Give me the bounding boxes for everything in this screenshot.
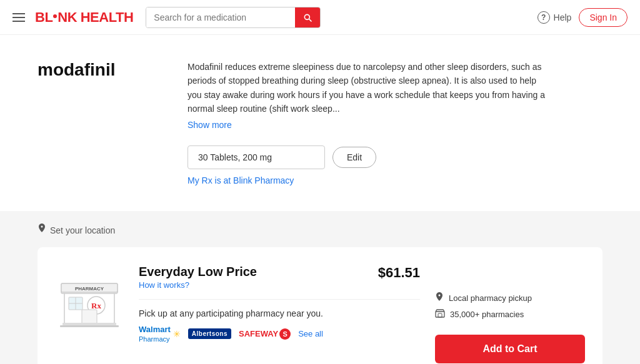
pin-icon: [38, 224, 46, 235]
header: BLNK HEALTH ? Help Sign In: [0, 0, 640, 35]
help-button[interactable]: ? Help: [538, 11, 572, 24]
hamburger-menu[interactable]: [12, 13, 25, 22]
dosage-row: 30 Tablets, 200 mg Edit: [188, 145, 602, 169]
logo[interactable]: BLNK HEALTH: [35, 9, 133, 26]
location-feature-icon: [435, 292, 444, 304]
pharmacies-count-text: 35,000+ pharmacies: [450, 310, 524, 319]
search-bar: [146, 7, 321, 28]
svg-rect-13: [438, 313, 442, 317]
price-row: Everyday Low Price How it works? $61.51: [139, 265, 420, 290]
help-label: Help: [554, 12, 572, 22]
svg-rect-9: [82, 310, 97, 323]
location-icon: [38, 224, 46, 237]
add-to-cart-button[interactable]: Add to Cart: [435, 335, 585, 363]
feature-local-pickup: Local pharmacy pickup: [435, 292, 585, 304]
local-pickup-text: Local pharmacy pickup: [449, 293, 532, 303]
walmart-logo: WalmartPharmacy ✳: [139, 325, 181, 343]
building-icon: [435, 309, 445, 320]
location-row[interactable]: Set your location: [38, 224, 602, 237]
drug-description: Modafinil reduces extreme sleepiness due…: [188, 60, 550, 116]
show-more-link[interactable]: Show more: [188, 120, 232, 130]
svg-rect-10: [62, 323, 116, 325]
location-label: Set your location: [50, 225, 115, 235]
svg-text:Rx: Rx: [91, 301, 101, 310]
sign-in-button[interactable]: Sign In: [579, 8, 628, 27]
pickup-text: Pick up at any participating pharmacy ne…: [139, 308, 420, 318]
see-all-link[interactable]: See all: [298, 329, 323, 338]
safeway-s-icon: S: [279, 328, 291, 340]
svg-rect-12: [436, 312, 444, 317]
main-content: modafinil Modafinil reduces extreme slee…: [0, 35, 640, 211]
help-icon: ?: [538, 11, 550, 24]
safeway-logo: SAFEWAY S: [239, 328, 291, 340]
divider: [139, 299, 420, 300]
drug-name: modafinil: [38, 60, 150, 186]
card-right: Local pharmacy pickup 35,000+ pharmacies…: [435, 265, 585, 364]
svg-text:PHARMACY: PHARMACY: [75, 286, 104, 292]
feature-pharmacies: 35,000+ pharmacies: [435, 309, 585, 320]
drug-section: modafinil Modafinil reduces extreme slee…: [38, 60, 602, 186]
store-icon: [435, 309, 445, 318]
walmart-text: WalmartPharmacy: [139, 325, 171, 343]
albertsons-logo: Albertsons: [188, 328, 231, 339]
dosage-display: 30 Tablets, 200 mg: [188, 145, 325, 169]
pin-small-icon: [435, 292, 444, 302]
logo-text: BLNK HEALTH: [35, 9, 133, 26]
card-body: Everyday Low Price How it works? $61.51 …: [139, 265, 420, 343]
edit-button[interactable]: Edit: [332, 147, 376, 168]
albertsons-text: Albertsons: [192, 330, 228, 337]
pharmacy-svg: PHARMACY Rx: [55, 265, 124, 327]
svg-rect-11: [60, 325, 119, 327]
walmart-spark-icon: ✳: [173, 329, 181, 339]
drug-info: Modafinil reduces extreme sleepiness due…: [188, 60, 602, 186]
pricing-card: PHARMACY Rx Everyday Low Price How: [38, 247, 602, 364]
search-icon: [302, 12, 312, 22]
safeway-text: SAFEWAY: [239, 329, 278, 338]
search-input[interactable]: [146, 7, 295, 27]
header-right: ? Help Sign In: [538, 8, 628, 27]
price-title: Everyday Low Price: [139, 265, 257, 279]
price-amount: $61.51: [378, 265, 420, 281]
pharmacy-illustration: PHARMACY Rx: [55, 265, 124, 327]
gray-section: Set your location PHARMACY Rx: [0, 211, 640, 364]
how-it-works-link[interactable]: How it works?: [139, 280, 189, 290]
rx-link[interactable]: My Rx is at Blink Pharmacy: [188, 175, 294, 185]
pharmacy-logos: WalmartPharmacy ✳ Albertsons SAFEWAY S S…: [139, 325, 420, 343]
search-button[interactable]: [295, 7, 320, 27]
